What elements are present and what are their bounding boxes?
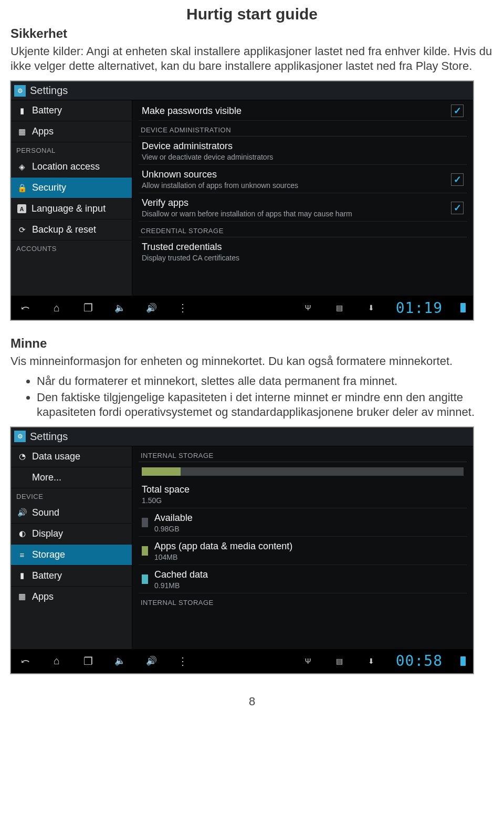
data-usage-icon: ◔ [17, 452, 27, 461]
volume-down-icon[interactable]: 🔈 [113, 654, 127, 668]
row-title: Device administrators [142, 141, 464, 152]
sidebar-label: Data usage [32, 451, 80, 462]
row-apps-storage[interactable]: Apps (app data & media content) 104MB [139, 537, 467, 565]
sidebar-label: Storage [32, 549, 65, 560]
row-subtitle: View or deactivate device administrators [142, 153, 464, 161]
sidebar-item-display[interactable]: ◐ Display [11, 524, 132, 545]
sidebar-item-apps[interactable]: ▦ Apps [11, 121, 132, 142]
volume-up-icon[interactable]: 🔊 [144, 301, 158, 315]
section-internal-storage: INTERNAL STORAGE [139, 446, 467, 462]
sidebar-item-battery[interactable]: ▮ Battery [11, 566, 132, 587]
volume-down-icon[interactable]: 🔈 [113, 301, 127, 315]
row-cached-data[interactable]: Cached data 0.91MB [139, 565, 467, 593]
section-minne-text: Vis minneinformasjon for enheten og minn… [10, 354, 494, 369]
settings-sidebar: ◔ Data usage More... DEVICE 🔊 Sound ◐ Di… [11, 446, 132, 649]
row-subtitle: Allow installation of apps from unknown … [142, 181, 451, 190]
sidebar-item-location[interactable]: ◈ Location access [11, 156, 132, 177]
volume-up-icon[interactable]: 🔊 [144, 654, 158, 668]
sidebar-item-apps[interactable]: ▦ Apps [11, 587, 132, 607]
battery-icon: ▮ [17, 106, 27, 116]
sidebar-item-language[interactable]: A Language & input [11, 198, 132, 220]
row-subtitle: Disallow or warn before installation of … [142, 210, 451, 218]
sidebar-item-battery[interactable]: ▮ Battery [11, 100, 132, 121]
section-sikkerhet-text: Ukjente kilder: Angi at enheten skal ins… [10, 44, 494, 74]
screenshot-security-settings: ⚙ Settings ▮ Battery ▦ Apps PERSONAL ◈ L… [10, 81, 474, 320]
lock-icon: 🔒 [17, 183, 27, 193]
sidebar-item-more[interactable]: More... [11, 467, 132, 488]
sidebar-item-sound[interactable]: 🔊 Sound [11, 503, 132, 524]
row-title: Apps (app data & media content) [154, 541, 464, 552]
section-internal-storage-2: INTERNAL STORAGE [139, 593, 467, 609]
status-clock: 00:58 [396, 652, 443, 670]
sidebar-label: More... [32, 472, 61, 483]
sidebar-item-backup[interactable]: ⟳ Backup & reset [11, 220, 132, 241]
section-sikkerhet-heading: Sikkerhet [10, 26, 494, 41]
row-title: Trusted credentials [142, 242, 464, 253]
sidebar-item-data-usage[interactable]: ◔ Data usage [11, 446, 132, 467]
storage-icon: ≡ [17, 550, 27, 559]
sd-card-icon: ▤ [333, 654, 346, 668]
backup-icon: ⟳ [17, 225, 27, 235]
page-number: 8 [10, 695, 494, 708]
bullet-1: Når du formaterer et minnekort, slettes … [37, 374, 494, 389]
sidebar-item-storage[interactable]: ≡ Storage [11, 545, 132, 566]
row-available[interactable]: Available 0.98GB [139, 508, 467, 537]
color-swatch [142, 546, 148, 556]
settings-icon: ⚙ [14, 85, 26, 97]
row-value: 1.50G [142, 496, 464, 505]
row-title: Cached data [154, 569, 464, 580]
row-trusted-credentials[interactable]: Trusted credentials Display trusted CA c… [139, 237, 467, 265]
storage-bar-free-segment [181, 467, 464, 476]
battery-icon: ▮ [17, 571, 27, 580]
back-icon[interactable]: ⤺ [18, 301, 32, 315]
row-total-space[interactable]: Total space 1.50G [139, 480, 467, 508]
recent-apps-icon[interactable]: ❐ [81, 654, 95, 668]
sidebar-label: Sound [32, 507, 59, 518]
color-swatch [142, 574, 148, 584]
apps-icon: ▦ [17, 592, 27, 601]
row-subtitle: Display trusted CA certificates [142, 254, 464, 262]
row-device-administrators[interactable]: Device administrators View or deactivate… [139, 137, 467, 165]
checkbox-checked-icon[interactable]: ✓ [451, 105, 464, 117]
sidebar-section-accounts: ACCOUNTS [11, 241, 132, 255]
display-icon: ◐ [17, 529, 27, 538]
sidebar-label: Backup & reset [32, 224, 96, 235]
row-value: 0.91MB [154, 581, 464, 590]
row-title: Verify apps [142, 197, 451, 208]
sidebar-label: Battery [32, 570, 62, 581]
usb-icon: Ψ [301, 654, 315, 668]
settings-sidebar: ▮ Battery ▦ Apps PERSONAL ◈ Location acc… [11, 100, 132, 296]
checkbox-checked-icon[interactable]: ✓ [451, 173, 464, 186]
settings-icon: ⚙ [14, 431, 26, 442]
row-title: Unknown sources [142, 169, 451, 180]
sidebar-label: Apps [32, 126, 54, 137]
battery-status-icon [460, 303, 466, 312]
section-credential-storage: CREDENTIAL STORAGE [139, 222, 467, 237]
row-value: 0.98GB [154, 525, 464, 533]
sidebar-label: Security [32, 182, 66, 193]
menu-dots-icon[interactable]: ⋮ [176, 654, 190, 668]
sidebar-label: Location access [32, 161, 100, 172]
menu-dots-icon[interactable]: ⋮ [176, 301, 190, 315]
row-unknown-sources[interactable]: Unknown sources Allow installation of ap… [139, 165, 467, 193]
battery-status-icon [460, 656, 466, 666]
home-icon[interactable]: ⌂ [50, 654, 64, 668]
home-icon[interactable]: ⌂ [50, 301, 64, 315]
sidebar-item-security[interactable]: 🔒 Security [11, 177, 132, 198]
row-make-passwords-visible[interactable]: Make passwords visible ✓ [139, 100, 467, 121]
sound-icon: 🔊 [17, 508, 27, 517]
more-icon [17, 473, 27, 482]
row-verify-apps[interactable]: Verify apps Disallow or warn before inst… [139, 193, 467, 222]
system-navbar: ⤺ ⌂ ❐ 🔈 🔊 ⋮ Ψ ▤ ⬇ 00:58 [11, 649, 473, 673]
sidebar-label: Battery [32, 105, 62, 116]
row-title: Available [154, 513, 464, 524]
window-title: Settings [30, 431, 68, 443]
checkbox-checked-icon[interactable]: ✓ [451, 202, 464, 214]
storage-usage-bar [139, 462, 467, 480]
recent-apps-icon[interactable]: ❐ [81, 301, 95, 315]
apps-icon: ▦ [17, 127, 27, 137]
download-icon: ⬇ [364, 301, 378, 315]
settings-content: Make passwords visible ✓ DEVICE ADMINIST… [132, 100, 473, 296]
back-icon[interactable]: ⤺ [18, 654, 32, 668]
sidebar-label: Language & input [32, 203, 106, 214]
